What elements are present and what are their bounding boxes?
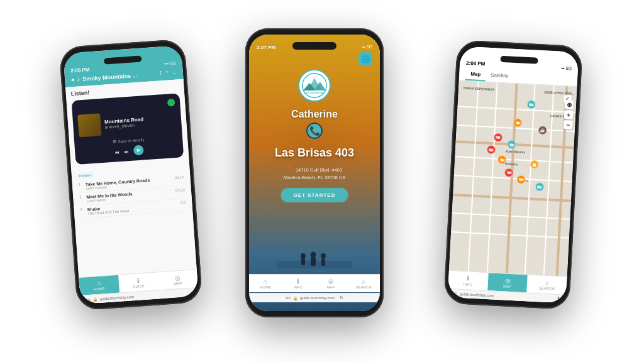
tab-map[interactable]: Map bbox=[465, 69, 486, 82]
lock-icon: 🔒 bbox=[453, 291, 457, 295]
center-time: 2:07 PM bbox=[257, 45, 275, 50]
phone-left: 2:05 PM ▪▪▪ 5G ◂ ♪ Smoky Mountains ... ⤴… bbox=[59, 39, 203, 311]
get-started-button[interactable]: GET STARTED bbox=[281, 188, 348, 202]
skip-back-icon[interactable]: ⏭ bbox=[124, 149, 128, 153]
back-icon[interactable]: ◂ bbox=[71, 76, 75, 83]
phone-icon: 📞 bbox=[309, 126, 320, 136]
center-signal: ▪▪ 5G bbox=[362, 45, 372, 50]
home-icon: ⌂ bbox=[264, 278, 267, 285]
svg-point-9 bbox=[311, 252, 316, 258]
center-nav-map-label: MAP bbox=[326, 285, 335, 289]
info-icon: ℹ bbox=[297, 278, 299, 285]
font-size-icon[interactable]: AA bbox=[286, 296, 291, 300]
beach-silhouettes bbox=[249, 243, 380, 268]
share-icon[interactable]: ⤴ bbox=[159, 70, 163, 77]
nav-guide-label: GUIDE bbox=[133, 284, 145, 288]
center-nav-search-label: SEARCH bbox=[355, 285, 371, 289]
music-card: Mountains Road uneven_steven ⊕ Save on S… bbox=[72, 93, 184, 165]
center-nav-info[interactable]: ℹ INFO bbox=[282, 275, 314, 292]
browser-url: guide.touchstay.com bbox=[99, 295, 134, 301]
map-label-penasco: Peñasco bbox=[505, 162, 518, 166]
phone-right: 2:04 PM ▪▪ 5G Map Satellite bbox=[443, 40, 583, 310]
map-pin-red-2[interactable]: 🍽 bbox=[487, 145, 496, 155]
album-art bbox=[77, 113, 101, 137]
center-screen: 2:07 PM ▪▪ 5G 🌐 LOTS TOGETHER STAY bbox=[249, 35, 380, 311]
zoom-out-button[interactable]: − bbox=[564, 120, 573, 129]
left-signal: ▪▪▪ 5G bbox=[164, 61, 176, 67]
map-pin-yellow[interactable]: 🏛 bbox=[530, 160, 540, 169]
svg-point-7 bbox=[301, 253, 306, 258]
right-browser-url: guide.touchstay.com bbox=[460, 292, 494, 297]
home-icon: ⌂ bbox=[97, 280, 101, 287]
map-pin-teal-3[interactable]: 🍽 bbox=[535, 182, 545, 192]
globe-icon: 🌐 bbox=[361, 55, 370, 63]
map-pin-red-1[interactable]: 🍽 bbox=[494, 133, 503, 142]
right-time: 2:04 PM bbox=[466, 60, 486, 67]
nav-map[interactable]: ◎ MAP bbox=[157, 270, 197, 290]
left-title: Smoky Mountains ... bbox=[82, 70, 157, 82]
preview-badge: Preview bbox=[77, 172, 94, 178]
logo-circle: LOTS TOGETHER STAY bbox=[298, 69, 331, 102]
track-list: 1 Take Me Home, Country Roads John Denve… bbox=[77, 173, 187, 219]
font-size-icon[interactable]: AA bbox=[85, 297, 90, 302]
map-pin-teal-1[interactable]: 🍽 bbox=[527, 100, 536, 109]
center-nav-home-label: HOME bbox=[260, 285, 271, 289]
right-nav-map[interactable]: ◎ MAP bbox=[487, 273, 528, 292]
left-time: 2:05 PM bbox=[70, 67, 90, 74]
map-controls: ⤢ ⊕ + − bbox=[564, 92, 574, 129]
reload-icon[interactable]: ↻ bbox=[340, 295, 343, 300]
center-actions: 📞 ✈ bbox=[249, 123, 380, 139]
map-background: NUEVA ESPERANZA JOSÉ LOPEZ POR... LAGOS … bbox=[448, 80, 577, 290]
location-pin-icon: 📍 bbox=[287, 167, 293, 173]
nav-home[interactable]: ⌂ HOME bbox=[79, 275, 119, 295]
up-icon[interactable]: ⌃ bbox=[165, 70, 170, 77]
silhouette-svg bbox=[277, 243, 352, 268]
chevron-up-icon[interactable]: ⌄ bbox=[172, 70, 177, 75]
logo-svg: LOTS TOGETHER STAY bbox=[302, 73, 327, 98]
info-icon: ℹ bbox=[467, 275, 470, 282]
center-browser-bar: AA 🔒 guide.touchstay.com ↻ bbox=[249, 293, 380, 302]
nav-guide[interactable]: ℹ GUIDE bbox=[118, 272, 158, 292]
map-pin-teal-2[interactable]: 🍽 bbox=[507, 140, 516, 149]
svg-point-11 bbox=[321, 253, 326, 258]
center-browser-url: guide.touchstay.com bbox=[300, 296, 335, 300]
scene: 2:05 PM ▪▪▪ 5G ◂ ♪ Smoky Mountains ... ⤴… bbox=[0, 0, 644, 362]
map-pin-orange-1[interactable]: 🍽 bbox=[513, 118, 523, 128]
center-nav-map[interactable]: ◎ MAP bbox=[314, 275, 347, 292]
property-address: 📍 14710 Gulf Blvd. #403 Madeira Beach, F… bbox=[249, 167, 380, 181]
tab-satellite[interactable]: Satellite bbox=[486, 70, 514, 83]
center-nav-home[interactable]: ⌂ HOME bbox=[249, 275, 282, 292]
right-nav-info[interactable]: ℹ INFO bbox=[448, 271, 488, 290]
phone-action-button[interactable]: 📞 bbox=[306, 123, 323, 139]
map-pin-brown[interactable]: ☕ bbox=[538, 126, 547, 135]
map-label-juan: Juan Abrams bbox=[506, 149, 526, 154]
svg-rect-12 bbox=[321, 258, 325, 266]
phone-right-screen: 2:04 PM ▪▪ 5G Map Satellite bbox=[448, 46, 579, 303]
right-nav-search[interactable]: ⌕ SEARCH bbox=[527, 275, 567, 294]
zoom-in-button[interactable]: + bbox=[564, 110, 574, 119]
prev-icon[interactable]: ⏮ bbox=[114, 150, 119, 154]
map-label-nueva: NUEVA ESPERANZA bbox=[464, 86, 494, 92]
center-nav-info-label: INFO bbox=[294, 285, 303, 289]
lock-icon: 🔒 bbox=[92, 297, 97, 301]
right-nav-search-label: SEARCH bbox=[539, 286, 555, 290]
search-icon: ⌕ bbox=[545, 279, 549, 286]
map-icon: ◎ bbox=[174, 274, 180, 282]
guide-icon: ℹ bbox=[136, 277, 140, 283]
center-notch bbox=[292, 42, 336, 50]
map-icon: ◎ bbox=[504, 277, 511, 284]
center-nav-search[interactable]: ⌕ SEARCH bbox=[347, 275, 380, 292]
expand-icon[interactable]: ⤢ bbox=[564, 95, 572, 103]
map-wrapper[interactable]: NUEVA ESPERANZA JOSÉ LOPEZ POR... LAGOS … bbox=[448, 80, 577, 290]
right-nav-info-label: INFO bbox=[464, 282, 473, 287]
guest-name: Catherine bbox=[249, 109, 380, 120]
phone-center: 2:07 PM ▪▪ 5G 🌐 LOTS TOGETHER STAY bbox=[245, 28, 384, 317]
right-signal: ▪▪ 5G bbox=[562, 66, 572, 71]
globe-button[interactable]: 🌐 bbox=[358, 52, 372, 66]
nav-map-label: MAP bbox=[174, 282, 182, 286]
svg-rect-8 bbox=[301, 258, 305, 265]
map-pin-orange-3[interactable]: 🍽 bbox=[516, 175, 526, 184]
play-button[interactable]: ▶ bbox=[133, 145, 144, 156]
reload-icon[interactable]: ↻ bbox=[557, 296, 561, 301]
nav-home-label: HOME bbox=[94, 287, 105, 291]
